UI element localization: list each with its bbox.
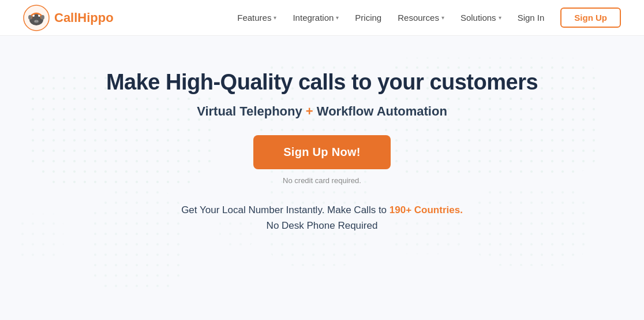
svg-point-18 [28, 15, 32, 20]
logo[interactable]: CallHippo [23, 5, 114, 31]
chevron-down-icon: ▾ [336, 14, 339, 21]
svg-point-19 [41, 15, 44, 20]
header: CallHippo Features ▾ Integration ▾ Prici… [0, 0, 644, 36]
hero-bottom-text: Get Your Local Number Instantly. Make Ca… [181, 202, 463, 233]
chevron-down-icon: ▾ [441, 14, 444, 21]
nav-resources[interactable]: Resources ▾ [398, 13, 444, 23]
svg-point-22 [37, 20, 38, 21]
signup-now-button[interactable]: Sign Up Now! [253, 135, 391, 169]
chevron-down-icon: ▾ [274, 14, 276, 21]
nav-pricing[interactable]: Pricing [355, 13, 381, 23]
svg-point-21 [35, 20, 36, 21]
logo-icon [23, 5, 50, 31]
nav-features[interactable]: Features ▾ [237, 13, 276, 23]
nav-integration[interactable]: Integration ▾ [293, 13, 339, 23]
nav-signup-button[interactable]: Sign Up [560, 8, 621, 28]
hero-section: Make High-Quality calls to your customer… [0, 36, 644, 233]
svg-point-20 [34, 20, 39, 23]
main-nav: Features ▾ Integration ▾ Pricing Resourc… [237, 8, 621, 28]
nav-solutions[interactable]: Solutions ▾ [460, 13, 501, 23]
logo-text: CallHippo [54, 10, 114, 25]
hero-subtitle: Virtual Telephony + Workflow Automation [197, 104, 447, 119]
nav-signin[interactable]: Sign In [518, 13, 545, 23]
no-credit-text: No credit card required. [283, 176, 361, 185]
chevron-down-icon: ▾ [499, 14, 501, 21]
hero-title: Make High-Quality calls to your customer… [106, 69, 538, 96]
